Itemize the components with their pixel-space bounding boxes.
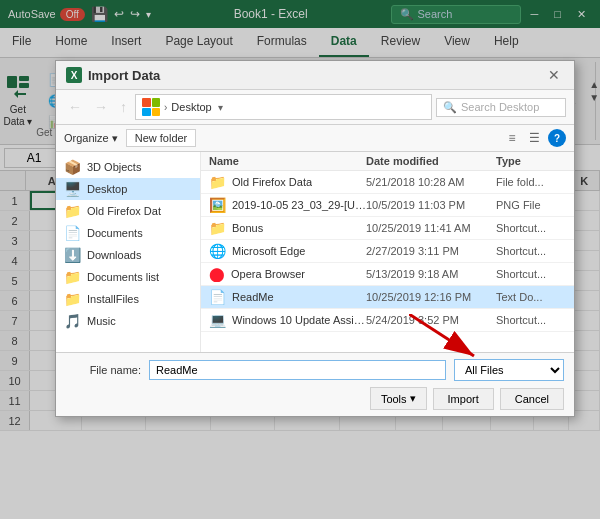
back-button[interactable]: ←: [64, 97, 86, 117]
dialog-sidebar: 📦 3D Objects 🖥️ Desktop 📁 Old Firefox Da…: [56, 152, 201, 352]
file-row-old-firefox[interactable]: 📁 Old Firefox Data 5/21/2018 10:28 AM Fi…: [201, 171, 574, 194]
bonus-name: Bonus: [232, 222, 263, 234]
file-name-input[interactable]: [149, 360, 446, 380]
old-firefox-type: File fold...: [496, 176, 566, 188]
file-row-edge[interactable]: 🌐 Microsoft Edge 2/27/2019 3:11 PM Short…: [201, 240, 574, 263]
file-name-old-firefox: 📁 Old Firefox Data: [209, 174, 366, 190]
toolbar-left: Organize ▾ New folder: [64, 129, 196, 147]
toolbar-right: ≡ ☰ ?: [502, 128, 566, 148]
view-buttons: ≡ ☰: [502, 128, 544, 148]
pdf-name: 2019-10-05 23_03_29-[Untitled].pdf7.pdf.…: [232, 199, 366, 211]
location-path-text: Desktop: [171, 101, 211, 113]
documents-list-icon: 📁: [64, 269, 81, 285]
location-bar[interactable]: › Desktop ▾: [135, 94, 432, 120]
dialog-nav-bar: ← → ↑ › Desktop ▾ 🔍 Search Desktop: [56, 90, 574, 125]
3d-objects-label: 3D Objects: [87, 161, 141, 173]
file-name-label: File name:: [66, 364, 141, 376]
dialog-search-bar[interactable]: 🔍 Search Desktop: [436, 98, 566, 117]
file-row-bonus[interactable]: 📁 Bonus 10/25/2019 11:41 AM Shortcut...: [201, 217, 574, 240]
installfiles-label: InstallFiles: [87, 293, 139, 305]
documents-list-label: Documents list: [87, 271, 159, 283]
dialog-close-button[interactable]: ✕: [544, 67, 564, 83]
forward-button[interactable]: →: [90, 97, 112, 117]
file-type-dropdown[interactable]: All Files: [454, 359, 564, 381]
opera-name: Opera Browser: [231, 268, 305, 280]
old-firefox-label: Old Firefox Dat: [87, 205, 161, 217]
dialog-file-list: Name Date modified Type 📁 Old Firefox Da…: [201, 152, 574, 352]
file-name-edge: 🌐 Microsoft Edge: [209, 243, 366, 259]
installfiles-icon: 📁: [64, 291, 81, 307]
dialog-title-bar: X Import Data ✕: [56, 61, 574, 90]
file-row-pdf[interactable]: 🖼️ 2019-10-05 23_03_29-[Untitled].pdf7.p…: [201, 194, 574, 217]
edge-type: Shortcut...: [496, 245, 566, 257]
sidebar-item-documents-list[interactable]: 📁 Documents list: [56, 266, 200, 288]
edge-date: 2/27/2019 3:11 PM: [366, 245, 496, 257]
file-name-opera: ⬤ Opera Browser: [209, 266, 366, 282]
windows-logo-icon: [142, 98, 160, 116]
readme-date: 10/25/2019 12:16 PM: [366, 291, 496, 303]
dialog-title-label: Import Data: [88, 68, 160, 83]
cancel-dialog-button[interactable]: Cancel: [500, 388, 564, 410]
downloads-icon: ⬇️: [64, 247, 81, 263]
file-list-header: Name Date modified Type: [201, 152, 574, 171]
dialog-footer: File name: All Files Tools ▾ Import Canc…: [56, 352, 574, 416]
folder-icon: 📁: [209, 174, 226, 190]
windows-update-date: 5/24/2019 3:52 PM: [366, 314, 496, 326]
col-date-header: Date modified: [366, 155, 496, 167]
col-type-header: Type: [496, 155, 566, 167]
downloads-label: Downloads: [87, 249, 141, 261]
old-firefox-data-name: Old Firefox Data: [232, 176, 312, 188]
sidebar-item-downloads[interactable]: ⬇️ Downloads: [56, 244, 200, 266]
bonus-type: Shortcut...: [496, 222, 566, 234]
dialog-toolbar: Organize ▾ New folder ≡ ☰ ?: [56, 125, 574, 152]
desktop-label: Desktop: [87, 183, 127, 195]
import-button[interactable]: Import: [433, 388, 494, 410]
desktop-icon: 🖥️: [64, 181, 81, 197]
view-list-button[interactable]: ≡: [502, 128, 522, 148]
pdf-type: PNG File: [496, 199, 566, 211]
music-icon: 🎵: [64, 313, 81, 329]
opera-date: 5/13/2019 9:18 AM: [366, 268, 496, 280]
sidebar-item-installfiles[interactable]: 📁 InstallFiles: [56, 288, 200, 310]
edge-name: Microsoft Edge: [232, 245, 305, 257]
up-button[interactable]: ↑: [116, 97, 131, 117]
documents-icon: 📄: [64, 225, 81, 241]
windows-update-type: Shortcut...: [496, 314, 566, 326]
sidebar-item-desktop[interactable]: 🖥️ Desktop: [56, 178, 200, 200]
help-button[interactable]: ?: [548, 129, 566, 147]
file-row-readme[interactable]: 📄 ReadMe 10/25/2019 12:16 PM Text Do...: [201, 286, 574, 309]
file-name-pdf: 🖼️ 2019-10-05 23_03_29-[Untitled].pdf7.p…: [209, 197, 366, 213]
location-dropdown-icon[interactable]: ▾: [218, 102, 223, 113]
tools-button[interactable]: Tools ▾: [370, 387, 427, 410]
location-separator: ›: [164, 102, 167, 113]
edge-icon: 🌐: [209, 243, 226, 259]
sidebar-item-documents[interactable]: 📄 Documents: [56, 222, 200, 244]
new-folder-button[interactable]: New folder: [126, 129, 197, 147]
old-firefox-icon: 📁: [64, 203, 81, 219]
sidebar-item-music[interactable]: 🎵 Music: [56, 310, 200, 332]
col-name-header: Name: [209, 155, 366, 167]
tools-label: Tools: [381, 393, 407, 405]
tools-dropdown-icon: ▾: [410, 392, 416, 405]
file-row-opera[interactable]: ⬤ Opera Browser 5/13/2019 9:18 AM Shortc…: [201, 263, 574, 286]
old-firefox-date: 5/21/2018 10:28 AM: [366, 176, 496, 188]
dialog-title-text: X Import Data: [66, 67, 160, 83]
file-name-windows-update: 💻 Windows 10 Update Assistant: [209, 312, 366, 328]
sidebar-item-old-firefox[interactable]: 📁 Old Firefox Dat: [56, 200, 200, 222]
view-detail-button[interactable]: ☰: [524, 128, 544, 148]
text-file-icon: 📄: [209, 289, 226, 305]
opera-type: Shortcut...: [496, 268, 566, 280]
readme-type: Text Do...: [496, 291, 566, 303]
music-label: Music: [87, 315, 116, 327]
file-name-bonus: 📁 Bonus: [209, 220, 366, 236]
search-icon-dialog: 🔍: [443, 101, 457, 114]
documents-label: Documents: [87, 227, 143, 239]
windows-update-icon: 💻: [209, 312, 226, 328]
file-row-windows-update[interactable]: 💻 Windows 10 Update Assistant 5/24/2019 …: [201, 309, 574, 332]
pdf-date: 10/5/2019 11:03 PM: [366, 199, 496, 211]
footer-buttons: Tools ▾ Import Cancel: [66, 387, 564, 410]
sidebar-item-3d-objects[interactable]: 📦 3D Objects: [56, 156, 200, 178]
dialog-body: 📦 3D Objects 🖥️ Desktop 📁 Old Firefox Da…: [56, 152, 574, 352]
filename-row: File name: All Files: [66, 359, 564, 381]
organize-button[interactable]: Organize ▾: [64, 132, 118, 145]
